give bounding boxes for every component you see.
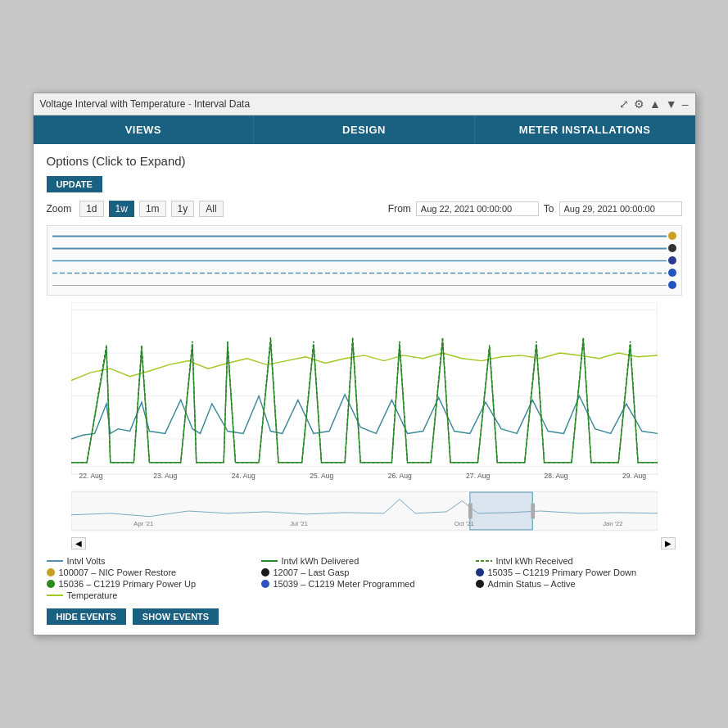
up-icon[interactable]: ▲ xyxy=(649,97,661,111)
legend-temperature-label: Temperature xyxy=(67,590,118,600)
zoom-all[interactable]: All xyxy=(199,201,223,217)
zoom-1m[interactable]: 1m xyxy=(139,201,166,217)
svg-text:Oct '21: Oct '21 xyxy=(454,520,473,527)
legend-kwh-received-label: Intvl kWh Received xyxy=(496,556,573,566)
dot-2 xyxy=(668,244,676,252)
line-sample-2 xyxy=(52,247,667,250)
svg-rect-30 xyxy=(469,492,531,530)
legend-kwh-delivered: Intvl kWh Delivered xyxy=(261,556,468,566)
legend-15036-label: 15036 – C1219 Primary Power Up xyxy=(59,579,197,589)
svg-rect-31 xyxy=(468,503,472,518)
legend-12007-label: 12007 – Last Gasp xyxy=(274,567,350,577)
date-range: From To xyxy=(388,201,682,216)
mini-chart: Apr '21 Jul '21 Oct '21 Jan '22 xyxy=(71,491,658,531)
legend-15035-label: 15035 – C1219 Primary Power Down xyxy=(488,567,637,577)
svg-text:29. Aug: 29. Aug xyxy=(622,472,646,480)
window-title: Voltage Interval with Temperature - Inte… xyxy=(40,98,251,110)
show-events-button[interactable]: SHOW EVENTS xyxy=(133,608,219,625)
legend-15039-dot xyxy=(261,580,269,588)
svg-text:22. Aug: 22. Aug xyxy=(79,472,102,480)
title-bar: Voltage Interval with Temperature - Inte… xyxy=(34,93,695,115)
legend-intvl-volts-icon xyxy=(47,560,63,562)
legend-15039: 15039 – C1219 Meter Programmed xyxy=(261,579,468,589)
zoom-1w[interactable]: 1w xyxy=(109,201,134,217)
down-icon[interactable]: ▼ xyxy=(666,97,677,111)
update-button[interactable]: UPDATE xyxy=(47,176,102,192)
svg-text:Apr '21: Apr '21 xyxy=(133,520,153,527)
tab-design[interactable]: DESIGN xyxy=(254,115,475,144)
svg-text:26. Aug: 26. Aug xyxy=(387,472,411,480)
mini-nav-left[interactable]: ◀ xyxy=(71,537,86,549)
legend-12007: 12007 – Last Gasp xyxy=(261,567,468,577)
from-label: From xyxy=(388,203,411,215)
legend-line-1 xyxy=(52,230,676,242)
bottom-buttons: HIDE EVENTS SHOW EVENTS xyxy=(47,608,682,625)
mini-nav: ◀ ▶ xyxy=(71,537,682,549)
to-date-input[interactable] xyxy=(559,201,682,216)
main-content: Options (Click to Expand) UPDATE Zoom 1d… xyxy=(34,144,695,634)
svg-rect-5 xyxy=(71,302,658,474)
svg-text:24. Aug: 24. Aug xyxy=(231,472,255,480)
legend-lines-top xyxy=(47,225,682,296)
svg-text:Jan '22: Jan '22 xyxy=(603,520,622,527)
settings-icon[interactable]: ⚙ xyxy=(634,97,644,111)
legend-100007: 100007 – NIC Power Restore xyxy=(47,567,253,577)
mini-nav-right[interactable]: ▶ xyxy=(661,537,676,549)
options-title: Options (Click to Expand) xyxy=(47,154,682,168)
zoom-1d[interactable]: 1d xyxy=(79,201,103,217)
legend-kwh-delivered-label: Intvl kWh Delivered xyxy=(282,556,359,566)
legend-admin-status-dot xyxy=(476,580,484,588)
legend-bottom: Intvl Volts Intvl kWh Delivered Intvl kW… xyxy=(47,556,682,600)
legend-admin-status-label: Admin Status – Active xyxy=(488,579,576,589)
legend-12007-dot xyxy=(261,568,269,577)
legend-kwh-received: Intvl kWh Received xyxy=(476,556,682,566)
svg-text:23. Aug: 23. Aug xyxy=(153,472,177,480)
dot-1 xyxy=(668,232,676,240)
title-bar-controls: ⤢ ⚙ ▲ ▼ – xyxy=(619,97,689,111)
zoom-row: Zoom 1d 1w 1m 1y All From To xyxy=(47,201,682,217)
nav-tabs: VIEWS DESIGN METER INSTALLATIONS xyxy=(34,115,695,144)
from-date-input[interactable] xyxy=(416,201,539,216)
legend-15036: 15036 – C1219 Primary Power Up xyxy=(47,579,253,589)
legend-kwh-received-icon xyxy=(476,560,492,562)
mini-chart-wrapper: Apr '21 Jul '21 Oct '21 Jan '22 xyxy=(71,491,658,534)
hide-events-button[interactable]: HIDE EVENTS xyxy=(47,608,126,625)
legend-intvl-volts: Intvl Volts xyxy=(47,556,253,566)
close-icon[interactable]: – xyxy=(682,97,689,111)
legend-15035-dot xyxy=(476,568,484,577)
legend-admin-status: Admin Status – Active xyxy=(476,579,682,589)
legend-intvl-volts-label: Intvl Volts xyxy=(67,556,106,566)
legend-line-5 xyxy=(52,279,676,291)
dot-4 xyxy=(668,269,676,277)
line-sample-4 xyxy=(52,272,667,274)
legend-15035: 15035 – C1219 Primary Power Down xyxy=(476,567,682,577)
legend-15039-label: 15039 – C1219 Meter Programmed xyxy=(274,579,415,589)
to-label: To xyxy=(544,203,554,215)
svg-text:Jul '21: Jul '21 xyxy=(290,520,308,527)
svg-text:28. Aug: 28. Aug xyxy=(544,472,567,480)
tab-meter-installations[interactable]: METER INSTALLATIONS xyxy=(475,115,695,144)
legend-line-3 xyxy=(52,255,676,266)
legend-kwh-delivered-icon xyxy=(261,560,278,562)
main-chart-container: 250 240 230 220 15 10 5 0 V - Interval k… xyxy=(71,302,658,490)
legend-line-2 xyxy=(52,242,676,254)
dot-3 xyxy=(668,256,676,265)
legend-15036-dot xyxy=(47,580,55,588)
svg-text:27. Aug: 27. Aug xyxy=(466,472,490,480)
line-sample-5 xyxy=(52,284,667,287)
svg-rect-29 xyxy=(71,491,658,531)
expand-icon[interactable]: ⤢ xyxy=(619,97,629,111)
svg-text:25. Aug: 25. Aug xyxy=(310,472,333,480)
svg-rect-32 xyxy=(531,503,535,518)
dot-5 xyxy=(668,281,676,289)
zoom-label: Zoom xyxy=(47,203,72,215)
legend-100007-dot xyxy=(47,568,55,577)
main-window: Voltage Interval with Temperature - Inte… xyxy=(33,93,696,635)
legend-temperature: Temperature xyxy=(47,590,253,600)
legend-line-4 xyxy=(52,267,676,278)
zoom-1y[interactable]: 1y xyxy=(171,201,195,217)
main-chart: 250 240 230 220 15 10 5 0 V - Interval k… xyxy=(71,302,658,490)
legend-100007-label: 100007 – NIC Power Restore xyxy=(59,567,177,577)
line-sample-3 xyxy=(52,260,667,262)
tab-views[interactable]: VIEWS xyxy=(34,115,255,144)
